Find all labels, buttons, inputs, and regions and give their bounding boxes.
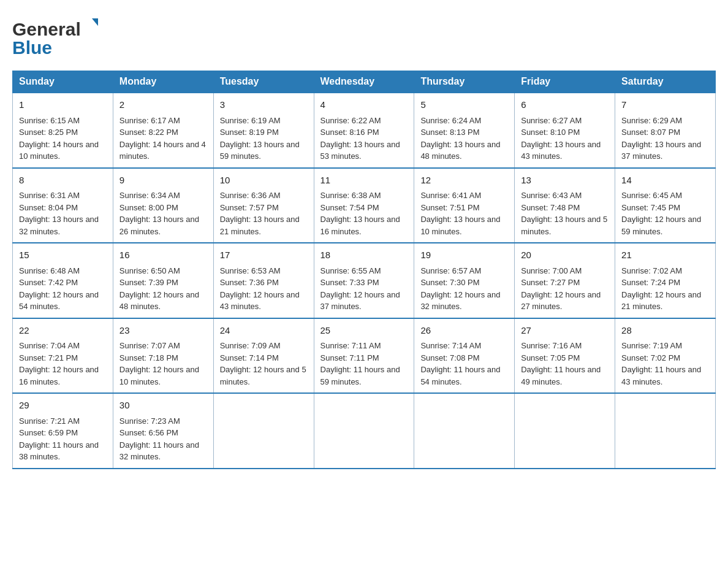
calendar-cell: 23Sunrise: 7:07 AMSunset: 7:18 PMDayligh… — [113, 318, 213, 394]
calendar-week-row: 8Sunrise: 6:31 AMSunset: 8:04 PMDaylight… — [13, 168, 716, 243]
calendar-cell: 27Sunrise: 7:16 AMSunset: 7:05 PMDayligh… — [515, 318, 615, 394]
calendar-cell — [314, 393, 414, 469]
calendar-cell: 7Sunrise: 6:29 AMSunset: 8:07 PMDaylight… — [615, 93, 716, 168]
calendar-cell: 19Sunrise: 6:57 AMSunset: 7:30 PMDayligh… — [414, 243, 515, 318]
calendar-cell: 13Sunrise: 6:43 AMSunset: 7:48 PMDayligh… — [515, 168, 615, 243]
calendar-cell: 10Sunrise: 6:36 AMSunset: 7:57 PMDayligh… — [213, 168, 314, 243]
calendar-cell — [414, 393, 515, 469]
calendar-cell: 14Sunrise: 6:45 AMSunset: 7:45 PMDayligh… — [615, 168, 716, 243]
day-number: 27 — [521, 324, 609, 338]
logo-svg: General Blue — [12, 12, 98, 58]
day-number: 1 — [19, 98, 107, 112]
day-number: 21 — [621, 248, 709, 262]
calendar-cell: 30Sunrise: 7:23 AMSunset: 6:56 PMDayligh… — [113, 393, 213, 469]
day-info: Sunrise: 7:19 AMSunset: 7:02 PMDaylight:… — [621, 340, 709, 388]
day-info: Sunrise: 6:36 AMSunset: 7:57 PMDaylight:… — [220, 190, 308, 237]
logo: General Blue — [12, 12, 98, 58]
calendar-week-row: 15Sunrise: 6:48 AMSunset: 7:42 PMDayligh… — [13, 243, 716, 318]
day-info: Sunrise: 6:55 AMSunset: 7:33 PMDaylight:… — [320, 265, 408, 313]
calendar-cell: 29Sunrise: 7:21 AMSunset: 6:59 PMDayligh… — [13, 393, 113, 469]
day-number: 17 — [220, 248, 308, 262]
calendar-cell: 20Sunrise: 7:00 AMSunset: 7:27 PMDayligh… — [515, 243, 615, 318]
day-info: Sunrise: 6:41 AMSunset: 7:51 PMDaylight:… — [420, 190, 508, 237]
svg-marker-1 — [92, 18, 98, 32]
calendar-cell — [213, 393, 314, 469]
day-number: 4 — [320, 98, 408, 112]
day-number: 3 — [220, 98, 308, 112]
calendar-cell: 21Sunrise: 7:02 AMSunset: 7:24 PMDayligh… — [615, 243, 716, 318]
day-info: Sunrise: 6:17 AMSunset: 8:22 PMDaylight:… — [119, 115, 207, 163]
day-info: Sunrise: 7:21 AMSunset: 6:59 PMDaylight:… — [19, 415, 107, 463]
calendar-cell — [515, 393, 615, 469]
day-info: Sunrise: 6:45 AMSunset: 7:45 PMDaylight:… — [621, 190, 709, 237]
calendar-cell: 26Sunrise: 7:14 AMSunset: 7:08 PMDayligh… — [414, 318, 515, 394]
day-info: Sunrise: 6:27 AMSunset: 8:10 PMDaylight:… — [521, 115, 609, 163]
day-info: Sunrise: 6:48 AMSunset: 7:42 PMDaylight:… — [19, 265, 107, 313]
page-header: General Blue — [12, 12, 716, 58]
day-number: 29 — [19, 399, 107, 413]
day-header-friday: Friday — [515, 71, 615, 93]
day-info: Sunrise: 6:38 AMSunset: 7:54 PMDaylight:… — [320, 190, 408, 237]
calendar-cell: 28Sunrise: 7:19 AMSunset: 7:02 PMDayligh… — [615, 318, 716, 394]
day-number: 22 — [19, 324, 107, 338]
calendar-cell: 11Sunrise: 6:38 AMSunset: 7:54 PMDayligh… — [314, 168, 414, 243]
day-info: Sunrise: 7:09 AMSunset: 7:14 PMDaylight:… — [220, 340, 308, 388]
day-number: 11 — [320, 174, 408, 188]
calendar-cell: 18Sunrise: 6:55 AMSunset: 7:33 PMDayligh… — [314, 243, 414, 318]
calendar-week-row: 1Sunrise: 6:15 AMSunset: 8:25 PMDaylight… — [13, 93, 716, 168]
calendar-cell: 12Sunrise: 6:41 AMSunset: 7:51 PMDayligh… — [414, 168, 515, 243]
day-info: Sunrise: 6:22 AMSunset: 8:16 PMDaylight:… — [320, 115, 408, 163]
day-info: Sunrise: 7:16 AMSunset: 7:05 PMDaylight:… — [521, 340, 609, 388]
day-number: 30 — [119, 399, 207, 413]
day-number: 7 — [621, 98, 709, 112]
calendar-cell: 17Sunrise: 6:53 AMSunset: 7:36 PMDayligh… — [213, 243, 314, 318]
day-number: 24 — [220, 324, 308, 338]
day-number: 2 — [119, 98, 207, 112]
day-info: Sunrise: 6:50 AMSunset: 7:39 PMDaylight:… — [119, 265, 207, 313]
calendar-cell: 9Sunrise: 6:34 AMSunset: 8:00 PMDaylight… — [113, 168, 213, 243]
day-info: Sunrise: 6:43 AMSunset: 7:48 PMDaylight:… — [521, 190, 609, 237]
day-info: Sunrise: 7:23 AMSunset: 6:56 PMDaylight:… — [119, 415, 207, 463]
day-number: 15 — [19, 248, 107, 262]
calendar-cell: 5Sunrise: 6:24 AMSunset: 8:13 PMDaylight… — [414, 93, 515, 168]
day-number: 18 — [320, 248, 408, 262]
day-number: 9 — [119, 174, 207, 188]
day-number: 25 — [320, 324, 408, 338]
day-info: Sunrise: 7:02 AMSunset: 7:24 PMDaylight:… — [621, 265, 709, 313]
calendar-cell: 1Sunrise: 6:15 AMSunset: 8:25 PMDaylight… — [13, 93, 113, 168]
calendar-cell: 16Sunrise: 6:50 AMSunset: 7:39 PMDayligh… — [113, 243, 213, 318]
day-number: 6 — [521, 98, 609, 112]
svg-text:Blue: Blue — [12, 37, 52, 58]
calendar-cell: 2Sunrise: 6:17 AMSunset: 8:22 PMDaylight… — [113, 93, 213, 168]
calendar-cell: 24Sunrise: 7:09 AMSunset: 7:14 PMDayligh… — [213, 318, 314, 394]
day-number: 5 — [420, 98, 508, 112]
day-info: Sunrise: 6:15 AMSunset: 8:25 PMDaylight:… — [19, 115, 107, 163]
day-number: 20 — [521, 248, 609, 262]
day-info: Sunrise: 7:11 AMSunset: 7:11 PMDaylight:… — [320, 340, 408, 388]
day-number: 10 — [220, 174, 308, 188]
day-number: 16 — [119, 248, 207, 262]
day-number: 28 — [621, 324, 709, 338]
calendar-week-row: 22Sunrise: 7:04 AMSunset: 7:21 PMDayligh… — [13, 318, 716, 394]
day-number: 14 — [621, 174, 709, 188]
day-header-tuesday: Tuesday — [213, 71, 314, 93]
calendar-cell: 15Sunrise: 6:48 AMSunset: 7:42 PMDayligh… — [13, 243, 113, 318]
day-info: Sunrise: 6:24 AMSunset: 8:13 PMDaylight:… — [420, 115, 508, 163]
day-info: Sunrise: 6:34 AMSunset: 8:00 PMDaylight:… — [119, 190, 207, 237]
calendar-cell: 4Sunrise: 6:22 AMSunset: 8:16 PMDaylight… — [314, 93, 414, 168]
day-header-thursday: Thursday — [414, 71, 515, 93]
calendar-cell: 8Sunrise: 6:31 AMSunset: 8:04 PMDaylight… — [13, 168, 113, 243]
day-number: 8 — [19, 174, 107, 188]
day-info: Sunrise: 7:04 AMSunset: 7:21 PMDaylight:… — [19, 340, 107, 388]
day-info: Sunrise: 6:19 AMSunset: 8:19 PMDaylight:… — [220, 115, 308, 163]
day-header-wednesday: Wednesday — [314, 71, 414, 93]
day-number: 12 — [420, 174, 508, 188]
day-number: 26 — [420, 324, 508, 338]
day-header-sunday: Sunday — [13, 71, 113, 93]
day-info: Sunrise: 7:00 AMSunset: 7:27 PMDaylight:… — [521, 265, 609, 313]
calendar-cell — [615, 393, 716, 469]
day-number: 13 — [521, 174, 609, 188]
day-info: Sunrise: 6:57 AMSunset: 7:30 PMDaylight:… — [420, 265, 508, 313]
day-header-monday: Monday — [113, 71, 213, 93]
calendar-cell: 3Sunrise: 6:19 AMSunset: 8:19 PMDaylight… — [213, 93, 314, 168]
